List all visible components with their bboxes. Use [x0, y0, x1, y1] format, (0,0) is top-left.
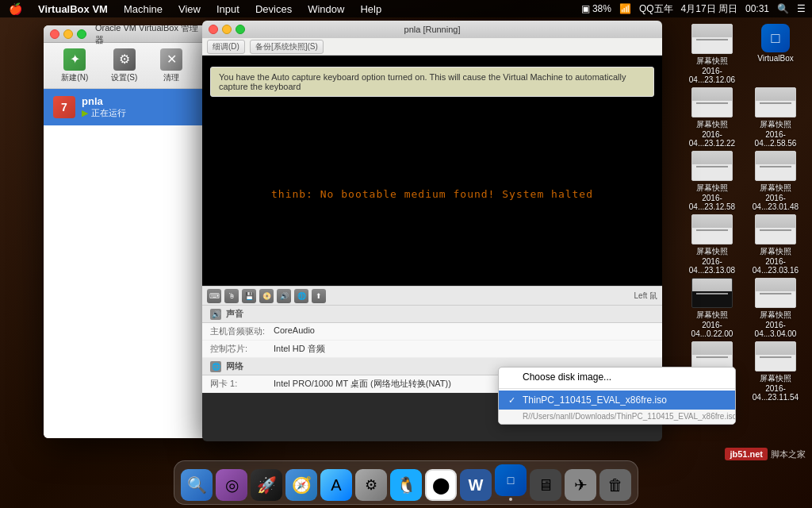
desktop-icon-row-1: 屏幕快照2016-04...23.12.06 □ VirtualBox	[684, 24, 804, 84]
dock-finder[interactable]: 🔍	[181, 469, 213, 501]
screenshot-label-3: 屏幕快照2016-04...2.58.56	[747, 119, 804, 148]
desktop-icon-screenshot-7[interactable]: 屏幕快照2016-04...23.03.16	[747, 214, 804, 275]
toolbar-clear-button[interactable]: ✕ 清理	[155, 45, 187, 87]
vm-icon-5[interactable]: 🔊	[277, 289, 291, 303]
safari-icon: 🧭	[285, 469, 317, 501]
screenshot-thumb-2	[691, 87, 733, 117]
vm-settings-bar-button[interactable]: 细调(D)	[207, 40, 245, 54]
vm-icon-4[interactable]: 📀	[259, 289, 274, 303]
status-arrow-icon: ▶	[82, 108, 88, 118]
menu-machine[interactable]: Machine	[121, 3, 165, 15]
dock-monitor[interactable]: 🖥	[530, 469, 561, 501]
settings-icon: ⚙	[113, 48, 136, 71]
vm-icon-6[interactable]: 🌐	[294, 289, 308, 303]
screenshot-thumb-8	[691, 278, 733, 308]
dock-virtualbox[interactable]: □	[495, 464, 527, 501]
dock-siri[interactable]: ◎	[216, 469, 247, 501]
vm-os-icon: 7	[53, 96, 75, 118]
screenshot-label-6: 屏幕快照2016-04...23.13.08	[684, 246, 741, 275]
dock: 🔍 ◎ 🚀 🧭 A ⚙ 🐧 ⬤ W □ 🖥	[174, 460, 638, 505]
desktop-icon-screenshot-2[interactable]: 屏幕快照2016-04...23.12.22	[684, 87, 741, 148]
dock-qq[interactable]: 🐧	[390, 469, 422, 501]
audio-host-driver-row: 主机音频驱动: CoreAudio	[202, 323, 662, 341]
vbox-manager-title: Oracle VM VirtualBox 管理器	[95, 25, 198, 46]
dock-airport[interactable]: ✈	[565, 469, 596, 501]
screenshot-thumb-4	[691, 151, 733, 181]
toolbar-settings-button[interactable]: ⚙ 设置(S)	[106, 45, 142, 87]
desktop-icon-screenshot-8[interactable]: 屏幕快照2016-04...0.22.00	[684, 278, 741, 338]
dock-safari[interactable]: 🧭	[285, 469, 317, 501]
toolbar-new-button[interactable]: ✦ 新建(N)	[56, 45, 93, 87]
screenshot-thumb-1	[691, 24, 733, 54]
minimize-button[interactable]	[63, 29, 73, 39]
vm-titlebar: pnla [Running]	[202, 21, 662, 38]
thinpc-iso-item[interactable]: ✓ ThinPC_110415_EVAL_x86fre.iso	[499, 391, 735, 410]
battery-indicator: ▣ 38%	[581, 3, 611, 14]
check-icon: ✓	[508, 395, 518, 406]
desktop-icon-row-2: 屏幕快照2016-04...23.12.22 屏幕快照2016-04...2.5…	[684, 87, 804, 148]
screenshot-thumb-9	[755, 278, 796, 308]
close-button[interactable]	[50, 29, 59, 39]
watermark: jb51.net 脚本之家	[725, 448, 806, 460]
menu-view[interactable]: View	[176, 3, 203, 15]
wifi-icon: 📶	[619, 3, 631, 14]
choose-image-item[interactable]: Choose disk image...	[499, 368, 735, 387]
network-section-label: 网络	[226, 360, 243, 372]
watermark-text: 脚本之家	[771, 448, 806, 460]
vm-status-text: 正在运行	[91, 107, 126, 119]
desktop-icon-screenshot-9[interactable]: 屏幕快照2016-04...3.04.00	[747, 278, 804, 338]
menu-extras-icon[interactable]: ☰	[797, 3, 806, 14]
settings-label: 设置(S)	[111, 72, 137, 83]
watermark-badge: jb51.net	[725, 448, 768, 460]
fullscreen-button[interactable]	[77, 29, 86, 39]
dock-trash[interactable]: 🗑	[599, 469, 631, 501]
menu-help[interactable]: Help	[358, 3, 384, 15]
desktop-icon-screenshot-11[interactable]: 屏幕快照2016-04...23.11.54	[747, 341, 804, 402]
dock-chrome[interactable]: ⬤	[425, 469, 457, 501]
vm-icon-2[interactable]: 🖱	[224, 289, 239, 303]
vm-fullscreen-button[interactable]	[236, 25, 245, 34]
dock-appstore[interactable]: A	[320, 469, 352, 501]
screenshot-thumb-7	[755, 214, 796, 244]
desktop-icon-virtualbox[interactable]: □ VirtualBox	[747, 24, 804, 84]
new-label: 新建(N)	[61, 72, 88, 83]
desktop-icon-row-5: 屏幕快照2016-04...0.22.00 屏幕快照2016-04...3.04…	[684, 278, 804, 338]
desktop-icon-screenshot-4[interactable]: 屏幕快照2016-04...23.12.58	[684, 151, 741, 211]
menubar-left: 🍎 VirtualBox VM Machine View Input Devic…	[6, 2, 384, 15]
screenshot-label-4: 屏幕快照2016-04...23.12.58	[684, 183, 741, 211]
finder-icon: 🔍	[181, 469, 213, 501]
search-icon[interactable]: 🔍	[777, 3, 789, 14]
desktop-icon-screenshot-1[interactable]: 屏幕快照2016-04...23.12.06	[684, 24, 741, 84]
vm-icon-3[interactable]: 💾	[242, 289, 256, 303]
dock-launchpad[interactable]: 🚀	[251, 469, 282, 501]
virtualbox-icon-img: □	[761, 24, 790, 52]
launchpad-icon: 🚀	[251, 469, 282, 501]
desktop-icon-screenshot-5[interactable]: 屏幕快照2016-04...23.01.48	[747, 151, 804, 211]
dock-preferences[interactable]: ⚙	[355, 469, 387, 501]
desktop-icon-screenshot-3[interactable]: 屏幕快照2016-04...2.58.56	[747, 87, 804, 148]
virtualbox-dock-icon: □	[495, 464, 527, 496]
vm-close-button[interactable]	[209, 25, 218, 34]
keyboard-notice: You have the Auto capture keyboard optio…	[210, 67, 654, 97]
dock-word[interactable]: W	[460, 469, 492, 501]
menu-devices[interactable]: Devices	[253, 3, 294, 15]
vm-icon-1[interactable]: ⌨	[207, 289, 221, 303]
vm-icon-7[interactable]: ⬆	[312, 289, 326, 303]
time-display: 00:31	[745, 3, 769, 14]
desktop-icon-screenshot-6[interactable]: 屏幕快照2016-04...23.13.08	[684, 214, 741, 275]
thinpc-iso-label: ThinPC_110415_EVAL_x86fre.iso	[523, 394, 667, 406]
desktop-icon-row-4: 屏幕快照2016-04...23.13.08 屏幕快照2016-04...23.…	[684, 214, 804, 275]
date-display: 4月17日 周日	[681, 2, 737, 16]
menu-input[interactable]: Input	[214, 3, 242, 15]
vm-os-icon-label: 7	[61, 101, 67, 114]
audio-section-icon: 🔊	[210, 309, 221, 320]
vm-backup-bar-button[interactable]: 备份[系统快照](S)	[250, 40, 324, 54]
menu-virtualbox-vm[interactable]: VirtualBox VM	[36, 3, 110, 15]
screenshot-label-5: 屏幕快照2016-04...23.01.48	[747, 183, 804, 211]
traffic-lights	[50, 29, 86, 39]
vm-minimize-button[interactable]	[222, 25, 232, 34]
menu-window[interactable]: Window	[305, 3, 347, 15]
apple-menu[interactable]: 🍎	[6, 2, 25, 15]
vm-info-bar: 细调(D) 备份[系统快照](S)	[202, 38, 662, 56]
adapter-label: 网卡 1:	[210, 378, 274, 390]
